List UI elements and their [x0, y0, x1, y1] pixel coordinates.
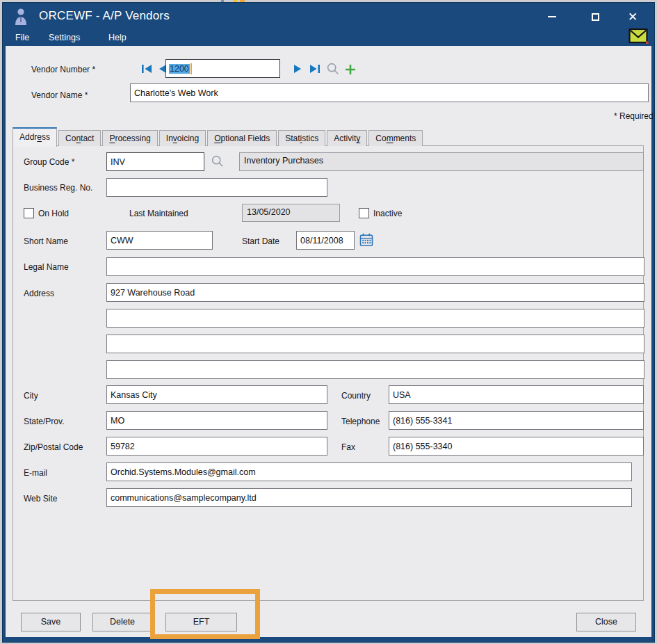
maximize-button[interactable]	[583, 8, 607, 25]
first-record-icon	[140, 63, 154, 74]
zip-input[interactable]	[106, 437, 327, 456]
business-reg-input[interactable]	[106, 178, 327, 197]
tab-strip: AddressContactProcessingInvoicingOptiona…	[13, 127, 423, 146]
country-label: Country	[341, 391, 371, 401]
tab-label: Comments	[375, 134, 416, 143]
group-code-label: Group Code *	[24, 157, 74, 167]
close-button[interactable]: Close	[576, 613, 636, 631]
inactive-label: Inactive	[373, 209, 402, 218]
calendar-icon	[359, 233, 373, 247]
state-label: State/Prov.	[24, 417, 64, 426]
menu-help[interactable]: Help	[104, 31, 131, 44]
tab-label: Activity	[334, 134, 360, 143]
fax-label: Fax	[341, 442, 355, 452]
country-input[interactable]	[389, 385, 644, 404]
last-maintained-value: 13/05/2020	[242, 204, 340, 222]
zip-label: Zip/Postal Code	[24, 442, 83, 452]
tab-label: Contact	[65, 134, 94, 143]
vendor-number-label: Vendor Number *	[31, 65, 95, 74]
vendor-number-value: 1200	[169, 64, 190, 74]
app-window: ORCEWF - A/P Vendors ✕ File Settings Hel…	[3, 3, 654, 642]
titlebar[interactable]: ORCEWF - A/P Vendors ✕	[3, 3, 654, 29]
start-date-input[interactable]	[296, 231, 355, 250]
search-icon	[211, 154, 225, 168]
required-note: * Required	[614, 111, 654, 121]
desktop-fragment	[221, 0, 224, 2]
delete-button[interactable]: Delete	[92, 613, 152, 631]
email-label: E-mail	[24, 468, 47, 478]
person-icon	[14, 8, 28, 26]
state-input[interactable]	[106, 411, 327, 430]
tab-address[interactable]: Address	[13, 127, 57, 147]
minimize-icon	[548, 16, 556, 17]
next-record-icon	[293, 63, 303, 74]
tab-comments[interactable]: Comments	[368, 130, 423, 146]
search-icon	[326, 62, 340, 76]
website-input[interactable]	[106, 488, 632, 507]
window-title: ORCEWF - A/P Vendors	[39, 9, 170, 23]
tab-statistics[interactable]: Statistics	[278, 130, 325, 146]
text-caret	[190, 63, 192, 74]
telephone-input[interactable]	[389, 411, 644, 430]
tab-label: Address	[19, 132, 50, 142]
on-hold-label: On Hold	[38, 209, 69, 218]
legal-name-input[interactable]	[106, 257, 644, 276]
maximize-icon	[592, 13, 599, 21]
inactive-checkbox[interactable]	[359, 208, 369, 218]
group-code-input[interactable]	[106, 152, 204, 171]
short-name-label: Short Name	[24, 236, 68, 246]
save-button[interactable]: Save	[21, 613, 81, 631]
start-date-label: Start Date	[242, 236, 279, 246]
website-label: Web Site	[24, 494, 57, 504]
city-label: City	[24, 391, 38, 401]
address-tab-page: Group Code * Inventory Purchases Busines…	[13, 145, 644, 601]
start-date-calendar-button[interactable]	[359, 232, 374, 248]
desktop-fragment	[240, 0, 245, 2]
group-code-description: Inventory Purchases	[239, 152, 644, 171]
close-icon: ✕	[628, 11, 638, 23]
address-line-3-input[interactable]	[106, 335, 644, 353]
telephone-label: Telephone	[341, 417, 380, 426]
tab-invoicing[interactable]: Invoicing	[159, 130, 206, 146]
nav-last-button[interactable]	[307, 63, 323, 75]
tab-label: Invoicing	[166, 134, 199, 143]
vendor-number-input[interactable]: 1200	[165, 59, 280, 78]
legal-name-label: Legal Name	[24, 262, 69, 272]
close-window-button[interactable]: ✕	[621, 8, 644, 25]
nav-next-button[interactable]	[292, 63, 305, 75]
city-input[interactable]	[106, 385, 327, 404]
business-reg-label: Business Reg. No.	[24, 183, 92, 193]
form-client-area: Vendor Number * 1200 Vendor Name * * Req…	[6, 46, 651, 637]
eft-button[interactable]: EFT	[165, 613, 237, 631]
group-code-finder-button[interactable]	[210, 154, 225, 169]
tab-label: Processing	[109, 134, 150, 143]
last-maintained-label: Last Maintained	[129, 209, 188, 218]
address-line-4-input[interactable]	[106, 360, 644, 379]
vendor-name-input[interactable]	[130, 83, 649, 102]
nav-first-button[interactable]	[139, 63, 154, 75]
last-record-icon	[308, 63, 322, 74]
tab-processing[interactable]: Processing	[102, 130, 157, 146]
address-line-1-input[interactable]	[106, 283, 644, 302]
new-vendor-button[interactable]	[344, 63, 357, 76]
tab-label: Optional Fields	[214, 134, 270, 143]
tab-optional-fields[interactable]: Optional Fields	[207, 130, 277, 146]
tab-activity[interactable]: Activity	[327, 130, 367, 146]
tab-label: Statistics	[285, 134, 318, 143]
plus-icon	[345, 64, 356, 75]
address-line-2-input[interactable]	[106, 309, 644, 328]
on-hold-checkbox[interactable]	[24, 208, 34, 218]
mail-envelope-icon[interactable]	[628, 28, 649, 44]
menu-file[interactable]: File	[11, 31, 33, 44]
email-input[interactable]	[106, 462, 632, 481]
vendor-finder-button[interactable]	[325, 61, 341, 77]
menu-bar: File Settings Help	[3, 29, 654, 46]
address-label: Address	[24, 289, 54, 298]
menu-settings[interactable]: Settings	[44, 31, 84, 44]
short-name-input[interactable]	[106, 231, 213, 250]
minimize-button[interactable]	[540, 8, 564, 25]
desktop-fragment	[233, 0, 237, 2]
tab-contact[interactable]: Contact	[58, 130, 101, 146]
fax-input[interactable]	[389, 437, 644, 456]
vendor-name-label: Vendor Name *	[31, 90, 88, 100]
